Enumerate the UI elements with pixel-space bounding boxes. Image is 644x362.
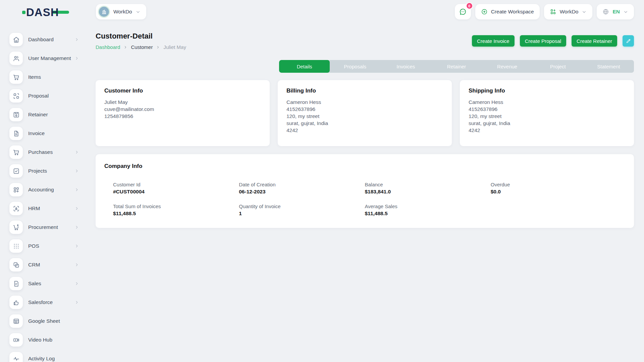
- create-workspace-button[interactable]: Create Workspace: [475, 4, 540, 19]
- workspace-selector[interactable]: WorkDo: [96, 4, 146, 19]
- chevron-right-icon: [74, 225, 79, 230]
- field-value: $11,488.5: [365, 210, 491, 217]
- globe-icon: [602, 8, 609, 15]
- info-line: surat, gujrat, India: [469, 120, 625, 127]
- chevron-right-icon: [74, 37, 79, 42]
- sidebar-item-procurement[interactable]: Procurement: [0, 218, 87, 237]
- info-line: surat, gujrat, India: [286, 120, 443, 127]
- sidebar-item-google-sheet[interactable]: Google Sheet: [0, 312, 87, 330]
- topbar: DASH WorkDo 0 Create Workspace WorkDo EN: [0, 0, 644, 23]
- chevron-right-icon: [74, 281, 79, 286]
- messages-badge: 0: [466, 2, 473, 9]
- building-icon: [98, 6, 110, 18]
- chevron-down-icon: [582, 9, 587, 14]
- card-title: Company Info: [104, 163, 625, 170]
- field-value: 1: [239, 210, 365, 217]
- customer-info-card: Customer Info Juliet Maycuve@mailinator.…: [96, 80, 270, 146]
- sidebar-item-salesforce[interactable]: Salesforce: [0, 293, 87, 312]
- sidebar-item-crm[interactable]: CRM: [0, 255, 87, 274]
- info-line: Cameron Hess: [469, 99, 625, 106]
- sidebar-item-invoice[interactable]: Invoice: [0, 124, 87, 143]
- chevron-right-icon: [74, 187, 79, 192]
- logo-text: DASH: [26, 7, 59, 18]
- breadcrumb-item-dashboard[interactable]: Dashboard: [96, 44, 120, 50]
- sidebar-item-items[interactable]: Items: [0, 68, 87, 86]
- info-cards-row: Customer Info Juliet Maycuve@mailinator.…: [96, 80, 634, 146]
- company-field-overdue: Overdue$0.0: [491, 182, 616, 195]
- info-line: Juliet May: [104, 99, 261, 106]
- field-label: Quantity of Invoice: [239, 203, 365, 209]
- field-label: Average Sales: [365, 203, 491, 209]
- sidebar-item-sales[interactable]: Sales: [0, 274, 87, 293]
- tab-details[interactable]: Details: [279, 60, 330, 73]
- home-icon: [9, 33, 23, 46]
- sidebar-item-label: HRM: [28, 205, 74, 212]
- tab-statement[interactable]: Statement: [583, 60, 634, 73]
- sidebar-item-label: Invoice: [28, 130, 79, 136]
- dash-logo[interactable]: DASH: [22, 7, 69, 18]
- sheet-icon: [9, 314, 23, 328]
- messages-button[interactable]: 0: [455, 4, 471, 19]
- info-line: 120, my street: [469, 113, 625, 120]
- tab-bar: DetailsProposalsInvoicesRetainerRevenueP…: [279, 60, 634, 73]
- breadcrumb-item-juliet-may: Juliet May: [163, 44, 186, 50]
- breadcrumb: DashboardCustomerJuliet May: [96, 44, 186, 50]
- sidebar-item-video-hub[interactable]: Video Hub: [0, 330, 87, 349]
- card-title: Shipping Info: [469, 87, 625, 94]
- page-actions: Create InvoiceCreate ProposalCreate Reta…: [472, 35, 634, 47]
- sidebar-item-label: Salesforce: [28, 299, 74, 305]
- sidebar-item-hrm[interactable]: HRM: [0, 199, 87, 218]
- plus-circle-icon: [481, 8, 488, 15]
- sidebar-item-label: Retainer: [28, 112, 79, 118]
- language-code: EN: [612, 9, 620, 15]
- info-line: 4152637896: [286, 106, 443, 113]
- tab-retainer[interactable]: Retainer: [431, 60, 482, 73]
- create-workspace-label: Create Workspace: [491, 9, 534, 15]
- edit-customer-button[interactable]: [623, 35, 634, 47]
- create-proposal-button[interactable]: Create Proposal: [520, 35, 566, 47]
- field-label: Overdue: [491, 182, 616, 187]
- field-value: $183,841.0: [365, 189, 491, 195]
- breadcrumb-item-customer[interactable]: Customer: [131, 44, 153, 50]
- sidebar-item-projects[interactable]: Projects: [0, 162, 87, 180]
- grid-plus-icon: [550, 8, 556, 15]
- pos-icon: [9, 239, 23, 253]
- sidebar-item-activity-log[interactable]: Activity Log: [0, 349, 87, 362]
- card-title: Billing Info: [286, 87, 443, 94]
- sidebar-item-accounting[interactable]: Accounting: [0, 180, 87, 199]
- info-line: 4242: [286, 127, 443, 134]
- app-selector-label: WorkDo: [560, 9, 579, 15]
- language-selector[interactable]: EN: [597, 4, 634, 19]
- tab-revenue[interactable]: Revenue: [482, 60, 533, 73]
- pencil-icon: [626, 38, 631, 44]
- sidebar-item-label: POS: [28, 243, 74, 249]
- sidebar-item-label: CRM: [28, 262, 74, 268]
- sidebar-item-label: Video Hub: [28, 337, 79, 343]
- tab-proposals[interactable]: Proposals: [330, 60, 380, 73]
- sidebar-item-label: Procurement: [28, 224, 74, 230]
- sidebar: DashboardUser ManagementItemsProposalRet…: [0, 23, 87, 362]
- tab-project[interactable]: Project: [533, 60, 583, 73]
- sidebar-item-purchases[interactable]: Purchases: [0, 143, 87, 162]
- create-invoice-button[interactable]: Create Invoice: [472, 35, 515, 47]
- sidebar-item-retainer[interactable]: Retainer: [0, 105, 87, 124]
- company-field-quantity-of-invoice: Quantity of Invoice1: [239, 203, 365, 217]
- chevron-right-icon: [74, 56, 79, 61]
- sidebar-item-label: Accounting: [28, 187, 74, 193]
- app-selector[interactable]: WorkDo: [544, 4, 593, 19]
- salesforce-icon: [9, 296, 23, 309]
- sidebar-item-label: Purchases: [28, 149, 74, 155]
- sidebar-item-pos[interactable]: POS: [0, 237, 87, 255]
- sidebar-item-label: User Management: [28, 55, 74, 61]
- workspace-name: WorkDo: [113, 9, 132, 15]
- sidebar-item-proposal[interactable]: Proposal: [0, 86, 87, 105]
- sidebar-item-dashboard[interactable]: Dashboard: [0, 30, 87, 49]
- card-title: Customer Info: [104, 87, 261, 94]
- company-field-average-sales: Average Sales$11,488.5: [365, 203, 491, 217]
- tab-invoices[interactable]: Invoices: [380, 60, 431, 73]
- hrm-icon: [9, 202, 23, 215]
- sidebar-item-label: Proposal: [28, 93, 79, 99]
- sidebar-item-user-management[interactable]: User Management: [0, 49, 87, 68]
- info-line: 4242: [469, 127, 625, 134]
- create-retainer-button[interactable]: Create Retainer: [572, 35, 617, 47]
